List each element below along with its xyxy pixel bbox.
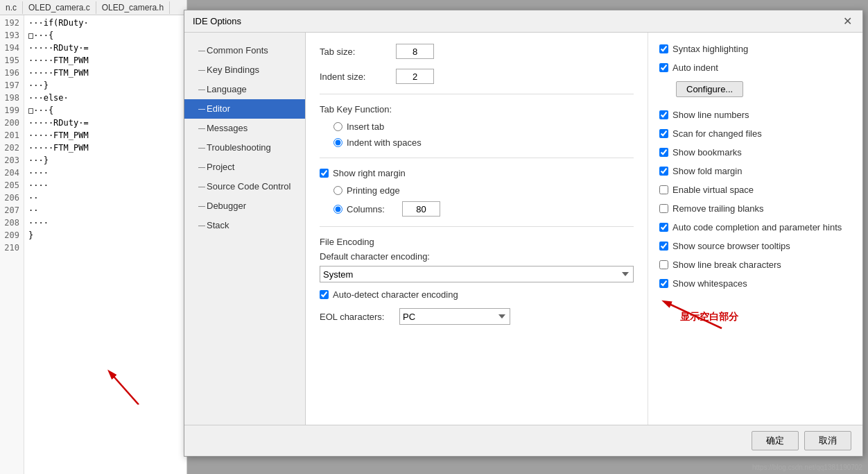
show-fold-margin-label: Show fold margin [672, 166, 742, 176]
tab-oled-h[interactable]: OLED_camera.h [96, 1, 170, 14]
tab-size-label: Tab size: [320, 46, 396, 57]
line-numbers: 1921931941951961971981992002012022032042… [0, 15, 24, 474]
remove-trailing-blanks-checkbox[interactable] [659, 204, 668, 213]
nav-item-1[interactable]: —Key Bindings [184, 60, 305, 80]
columns-label: Columns: [347, 204, 402, 214]
nav-item-5[interactable]: —Troubleshooting [184, 138, 305, 158]
show-right-margin-row: Show right margin [320, 168, 634, 178]
auto-detect-row: Auto-detect character encoding [320, 289, 634, 300]
eol-select[interactable]: PCUnixMac [399, 308, 510, 325]
show-right-margin-section: Show right margin Printing edge Columns: [320, 168, 634, 217]
eol-row: EOL characters: PCUnixMac [320, 308, 634, 325]
show-source-browser-row: Show source browser tooltips [659, 241, 851, 251]
divider-2 [320, 158, 634, 158]
remove-trailing-blanks-row: Remove trailing blanks [659, 203, 851, 214]
tab-key-function-label: Tab Key Function: [320, 104, 634, 115]
columns-input[interactable] [402, 201, 440, 217]
divider-3 [320, 226, 634, 227]
remove-trailing-blanks-label: Remove trailing blanks [672, 203, 764, 214]
nav-item-2[interactable]: —Language [184, 80, 305, 99]
nav-item-9[interactable]: —Stack [184, 216, 305, 235]
code-area: 1921931941951961971981992002012022032042… [0, 15, 186, 474]
scan-changed-files-checkbox[interactable] [659, 129, 668, 138]
nav-item-0[interactable]: —Common Fonts [184, 41, 305, 60]
auto-indent-checkbox[interactable] [659, 63, 668, 72]
file-encoding-section: File Encoding Default character encoding… [320, 237, 634, 325]
enable-virtual-space-label: Enable virtual space [672, 185, 754, 195]
dialog-body: —Common Fonts—Key Bindings—Language—Edit… [184, 33, 862, 425]
auto-code-completion-label: Auto code completion and parameter hints [672, 222, 842, 232]
columns-row: Columns: [320, 201, 634, 217]
columns-radio[interactable] [333, 205, 342, 214]
auto-detect-checkbox[interactable] [320, 290, 329, 299]
dialog-title: IDE Options [193, 16, 241, 26]
cancel-button[interactable]: 取消 [804, 431, 851, 450]
enable-virtual-space-row: Enable virtual space [659, 185, 851, 195]
indent-size-input[interactable] [396, 69, 434, 84]
syntax-highlighting-checkbox[interactable] [659, 44, 668, 53]
show-bookmarks-label: Show bookmarks [672, 147, 742, 158]
show-whitespaces-checkbox[interactable] [659, 279, 668, 288]
ide-options-dialog: IDE Options ✕ —Common Fonts—Key Bindings… [184, 10, 863, 457]
show-right-margin-checkbox[interactable] [320, 169, 329, 178]
insert-tab-row: Insert tab [320, 121, 634, 132]
nav-panel: —Common Fonts—Key Bindings—Language—Edit… [184, 33, 306, 425]
tab-size-input[interactable] [396, 44, 434, 59]
show-line-numbers-label: Show line numbers [672, 110, 749, 120]
indent-with-spaces-label: Indent with spaces [347, 137, 422, 148]
printing-edge-label: Printing edge [347, 185, 400, 196]
syntax-highlighting-row: Syntax highlighting [659, 44, 851, 54]
auto-code-completion-checkbox[interactable] [659, 223, 668, 232]
auto-detect-label: Auto-detect character encoding [333, 289, 458, 300]
printing-edge-row: Printing edge [320, 185, 634, 196]
nav-item-6[interactable]: —Project [184, 158, 305, 177]
annotation-container: 显示空白部分 [659, 297, 851, 334]
dialog-titlebar: IDE Options ✕ [184, 10, 862, 33]
tab-size-row: Tab size: [320, 44, 634, 59]
show-bookmarks-row: Show bookmarks [659, 147, 851, 158]
printing-edge-radio[interactable] [333, 186, 342, 195]
show-line-break-row: Show line break characters [659, 260, 851, 270]
encoding-select[interactable]: SystemUTF-8UTF-16ISO-8859-1 [320, 266, 634, 282]
show-line-numbers-checkbox[interactable] [659, 110, 668, 119]
tab-nc[interactable]: n.c [0, 1, 23, 14]
nav-item-3[interactable]: —Editor [184, 99, 305, 119]
indent-with-spaces-radio[interactable] [333, 138, 342, 147]
divider-1 [320, 94, 634, 94]
auto-code-completion-row: Auto code completion and parameter hints [659, 222, 851, 232]
nav-item-8[interactable]: —Debugger [184, 196, 305, 216]
nav-item-4[interactable]: —Messages [184, 119, 305, 138]
syntax-highlighting-label: Syntax highlighting [672, 44, 748, 54]
show-right-margin-label: Show right margin [333, 168, 406, 178]
show-whitespaces-row: Show whitespaces [659, 278, 851, 289]
right-panel: Syntax highlighting Auto indent Configur… [648, 33, 862, 425]
show-fold-margin-checkbox[interactable] [659, 167, 668, 176]
show-bookmarks-checkbox[interactable] [659, 148, 668, 157]
tab-oled-c[interactable]: OLED_camera.c [23, 1, 96, 14]
nav-item-7[interactable]: —Source Code Control [184, 177, 305, 196]
show-source-browser-checkbox[interactable] [659, 242, 668, 251]
eol-label: EOL characters: [320, 312, 399, 322]
scan-changed-files-row: Scan for changed files [659, 128, 851, 139]
indent-with-spaces-row: Indent with spaces [320, 137, 634, 148]
indent-size-label: Indent size: [320, 71, 396, 82]
auto-indent-label: Auto indent [672, 62, 718, 73]
dialog-footer: 确定 取消 [184, 425, 862, 456]
show-source-browser-label: Show source browser tooltips [672, 241, 790, 251]
insert-tab-label: Insert tab [347, 121, 384, 132]
show-fold-margin-row: Show fold margin [659, 166, 851, 176]
show-line-break-checkbox[interactable] [659, 260, 668, 269]
show-line-break-label: Show line break characters [672, 260, 781, 270]
tab-bar: n.c OLED_camera.c OLED_camera.h [0, 0, 186, 15]
watermark: https://blog.csdn.net/qq1381190702 [752, 464, 862, 471]
configure-button[interactable]: Configure... [676, 81, 743, 97]
annotation-text: 显示空白部分 [680, 311, 738, 323]
default-char-encoding-label: Default character encoding: [320, 251, 634, 262]
insert-tab-radio[interactable] [333, 122, 342, 131]
ok-button[interactable]: 确定 [752, 431, 799, 450]
enable-virtual-space-checkbox[interactable] [659, 185, 668, 194]
code-editor: n.c OLED_camera.c OLED_camera.h 19219319… [0, 0, 187, 474]
dialog-close-button[interactable]: ✕ [840, 15, 854, 28]
show-line-numbers-row: Show line numbers [659, 110, 851, 120]
code-content: ···if(RDuty·□···{·····RDuty·=·····FTM_PW… [24, 15, 93, 474]
